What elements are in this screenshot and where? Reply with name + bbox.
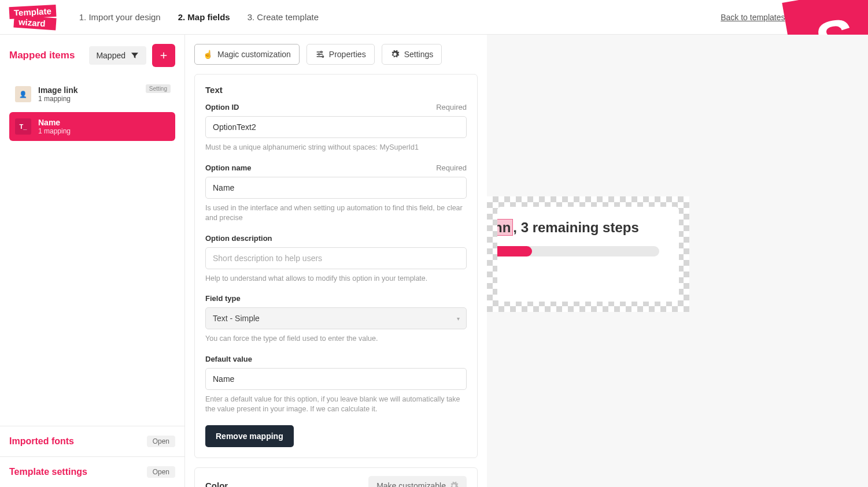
svg-point-0 — [320, 51, 322, 53]
option-id-input[interactable] — [205, 116, 467, 138]
imported-fonts-label: Imported fonts — [9, 436, 74, 447]
open-badge: Open — [147, 466, 175, 478]
wizard-steps: 1. Import your design 2. Map fields 3. C… — [79, 12, 319, 22]
sidebar: Mapped items Mapped 👤 Image link 1 mappi… — [0, 35, 185, 487]
option-id-group: Option ID Required Must be a unique alph… — [205, 103, 467, 153]
header: Template wizard 1. Import your design 2.… — [0, 0, 868, 35]
filter-label: Mapped — [96, 51, 125, 60]
default-value-label: Default value — [205, 355, 252, 363]
template-settings-row[interactable]: Template settings Open — [0, 456, 184, 487]
preview-canvas: hn, 3 remaining steps — [487, 196, 689, 312]
center-panel: ☝ Magic customization Properties Setting… — [185, 35, 487, 487]
sliders-icon — [315, 50, 324, 59]
required-label: Required — [436, 103, 467, 111]
tab-magic-customization[interactable]: ☝ Magic customization — [194, 44, 300, 65]
field-type-label: Field type — [205, 294, 241, 303]
plus-icon — [158, 50, 169, 61]
progress-bar — [497, 246, 659, 256]
add-item-button[interactable] — [152, 44, 175, 67]
field-type-group: Field type Text - Simple You can force t… — [205, 294, 467, 344]
sidebar-item-name[interactable]: T_ Name 1 mapping — [9, 112, 175, 141]
tab-settings[interactable]: Settings — [382, 44, 442, 65]
mapped-filter-button[interactable]: Mapped — [89, 46, 146, 65]
card-title-text: Text — [205, 85, 467, 95]
color-card: Color Make customizable — [194, 467, 478, 488]
filter-icon — [130, 51, 139, 60]
default-value-group: Default value Enter a default value for … — [205, 355, 467, 415]
field-type-select[interactable]: Text - Simple — [205, 307, 467, 329]
item-meta: 1 mapping — [38, 95, 169, 103]
remove-mapping-button[interactable]: Remove mapping — [205, 425, 294, 447]
open-badge: Open — [147, 436, 175, 447]
default-value-hint: Enter a default value for this option, i… — [205, 395, 467, 415]
option-desc-label: Option description — [205, 234, 272, 243]
option-name-input[interactable] — [205, 177, 467, 199]
progress-fill — [497, 246, 532, 256]
step-import[interactable]: 1. Import your design — [79, 12, 161, 22]
card-title-color: Color — [205, 481, 228, 487]
preview-text: hn, 3 remaining steps — [497, 220, 679, 236]
svg-point-1 — [318, 54, 320, 55]
step-map[interactable]: 2. Map fields — [178, 12, 230, 22]
tab-properties[interactable]: Properties — [306, 44, 375, 65]
avatar-thumb: 👤 — [15, 86, 31, 102]
field-type-hint: You can force the type of field used to … — [205, 334, 467, 344]
preview-card: hn, 3 remaining steps — [497, 207, 679, 302]
step-create[interactable]: 3. Create template — [248, 12, 319, 22]
sidebar-head: Mapped items Mapped — [0, 35, 184, 76]
item-list: 👤 Image link 1 mapping Setting T_ Name 1… — [0, 76, 184, 426]
option-name-hint: Is used in the interface and when settin… — [205, 203, 467, 224]
option-desc-input[interactable] — [205, 247, 467, 269]
option-desc-hint: Help to understand what allows to modify… — [205, 274, 467, 284]
item-meta: 1 mapping — [38, 127, 169, 135]
make-customizable-label: Make customizable — [376, 481, 446, 488]
preview-area: hn, 3 remaining steps — [487, 35, 868, 487]
logo-line2: wizard — [13, 15, 56, 30]
tabs: ☝ Magic customization Properties Setting… — [194, 44, 478, 65]
gear-icon — [390, 50, 400, 59]
item-name: Name — [38, 118, 169, 127]
imported-fonts-row[interactable]: Imported fonts Open — [0, 426, 184, 456]
option-desc-group: Option description Help to understand wh… — [205, 234, 467, 284]
sidebar-item-image-link[interactable]: 👤 Image link 1 mapping Setting — [9, 80, 175, 109]
default-value-input[interactable] — [205, 368, 467, 390]
gear-icon — [449, 481, 459, 488]
back-to-templates-link[interactable]: Back to templates — [721, 13, 785, 22]
option-name-label: Option name — [205, 163, 251, 172]
hand-pointer-icon: ☝ — [203, 50, 213, 59]
sidebar-bottom: Imported fonts Open Template settings Op… — [0, 426, 184, 487]
option-name-group: Option name Required Is used in the inte… — [205, 163, 467, 224]
make-customizable-button[interactable]: Make customizable — [368, 476, 467, 488]
tab-label: Magic customization — [217, 50, 291, 59]
option-id-label: Option ID — [205, 103, 239, 111]
logo: Template wizard — [9, 6, 56, 29]
text-thumb: T_ — [15, 118, 31, 135]
highlighted-name: hn — [497, 219, 513, 236]
mapped-items-title: Mapped items — [9, 50, 83, 61]
template-settings-label: Template settings — [9, 467, 87, 477]
item-badge-setting: Setting — [146, 84, 171, 93]
tab-label: Settings — [404, 50, 434, 59]
text-card: Text Option ID Required Must be a unique… — [194, 74, 478, 458]
tab-label: Properties — [329, 50, 366, 59]
option-id-hint: Must be a unique alphanumeric string wit… — [205, 143, 467, 153]
required-label: Required — [436, 163, 467, 172]
